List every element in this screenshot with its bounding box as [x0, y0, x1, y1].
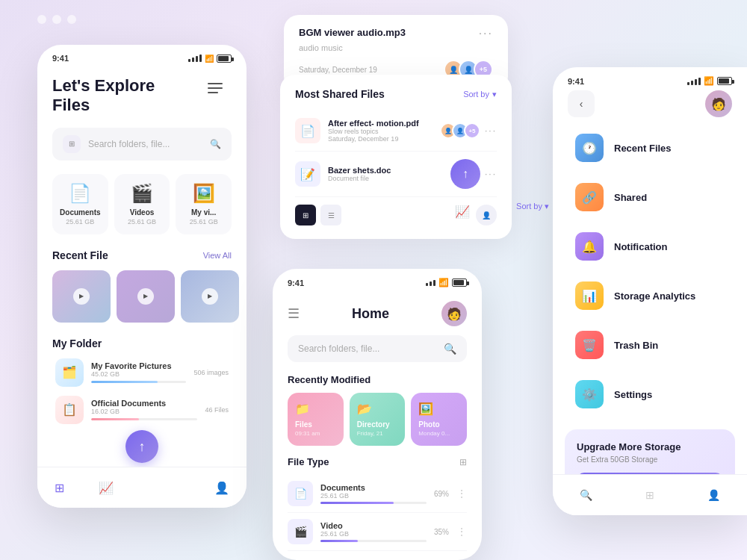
shared-file-dots-2[interactable]: ···: [485, 169, 497, 179]
trash-bin-icon: 🗑️: [575, 331, 604, 359]
search-placeholder-text-2: Search folders, file...: [298, 343, 379, 354]
folder-item-documents[interactable]: 📋 Official Documents 16.02 GB 46 Files: [52, 396, 232, 424]
menu-item-notification[interactable]: 🔔 Notification: [565, 223, 735, 270]
file-type-videos[interactable]: 🎬 Videos 25.61 GB: [114, 174, 170, 234]
ft-documents-size: 25.61 GB: [320, 492, 427, 500]
wifi-icon-3: 📶: [704, 76, 714, 86]
ft-video-name: Video: [320, 521, 427, 530]
recent-thumb-3[interactable]: ▶: [181, 270, 239, 323]
menu-label-recent-files: Recent Files: [614, 143, 672, 154]
ft-docs-menu[interactable]: ⋮: [456, 488, 467, 500]
status-bar-3: 9:41 📶: [553, 67, 747, 90]
myvideo-icon: 🖼️: [182, 183, 226, 204]
nav3-sort[interactable]: ⊞: [645, 489, 654, 501]
file-type-section-2: File Type ⊞ 📄 Documents 25.61 GB 69% ⋮ 🎬…: [273, 456, 482, 551]
storage-analytics-icon: 📊: [575, 281, 604, 310]
view-all-link[interactable]: View All: [203, 251, 232, 260]
menu-label-shared: Shared: [614, 192, 647, 203]
background-decoration: [37, 15, 76, 24]
myvideo-label: My vi...: [182, 208, 226, 217]
recently-modified-section: Recently Modified 📁 Files 09:31 am 📂 Dir…: [273, 374, 482, 446]
menu-label-trash-bin: Trash Bin: [614, 340, 658, 351]
shared-file-dots-1[interactable]: ···: [485, 125, 497, 136]
phone-1-nav: ⊞ 📈 👤: [37, 467, 247, 508]
folder-count-2: 46 Files: [205, 406, 229, 414]
nav-profile[interactable]: 👤: [214, 481, 229, 495]
fab-upload[interactable]: ↑: [125, 430, 158, 463]
nav3-search[interactable]: 🔍: [580, 489, 592, 501]
documents-icon: 📄: [58, 183, 102, 204]
ft-row-documents[interactable]: 📄 Documents 25.61 GB 69% ⋮: [288, 475, 467, 513]
card-dots-menu[interactable]: ···: [479, 27, 493, 40]
recent-files-icon: 🕐: [575, 134, 604, 162]
filter-icon-2[interactable]: ⊞: [459, 457, 467, 467]
documents-size: 25.61 GB: [58, 218, 102, 225]
search-bar-1[interactable]: ⊞ Search folders, file... 🔍: [52, 128, 232, 161]
panel-chart-icon: 📈: [455, 205, 470, 225]
phone-screen-3: 9:41 📶 ‹ 🧑 🕐 Recent Files 🔗 Shared 🔔: [553, 67, 747, 515]
shared-file-1[interactable]: 📄 After effect- motion.pdf Slow reels to…: [295, 111, 497, 152]
profile-avatar-3[interactable]: 🧑: [705, 90, 732, 117]
shared-file-date-1: Saturday, December 19: [328, 135, 440, 143]
status-bar-1: 9:41 📶: [37, 45, 247, 67]
hamburger-icon-2[interactable]: ☰: [288, 305, 300, 322]
menu-item-recent-files[interactable]: 🕐 Recent Files: [565, 125, 735, 171]
mod-dir-name: Directory: [357, 420, 390, 429]
menu-label-notification: Notification: [614, 241, 668, 252]
mod-photo-name: Photo: [418, 420, 439, 429]
menu-item-storage-analytics[interactable]: 📊 Storage Analytics: [565, 273, 735, 319]
ft-video-size: 25.61 GB: [320, 530, 427, 538]
file-type-myvideo[interactable]: 🖼️ My vi... 25.61 GB: [176, 174, 232, 234]
mod-card-photo[interactable]: 🖼️ Photo Monday 0...: [411, 393, 467, 446]
search-icon-1: 🔍: [210, 139, 221, 149]
panel-icon-grid[interactable]: ⊞: [295, 205, 316, 225]
mod-dir-date: Friday, 21: [357, 430, 383, 437]
panel-icon-list[interactable]: ☰: [320, 205, 341, 225]
phone-2-header: ☰ Home 🧑: [273, 292, 482, 335]
time-display-2: 9:41: [288, 279, 304, 287]
mod-files-icon: 📁: [295, 402, 310, 416]
folder-name-1: My Favorite Pictures: [91, 361, 186, 370]
shared-file-2[interactable]: 📝 Bazer shets.doc Document file ↑ ···: [295, 152, 497, 197]
user-avatar-2[interactable]: 🧑: [441, 301, 467, 326]
menu-item-settings[interactable]: ⚙️ Settings: [565, 371, 735, 417]
videos-size: 25.61 GB: [120, 218, 164, 225]
wifi-icon-2: 📶: [438, 278, 449, 287]
nav-chart[interactable]: 📈: [99, 481, 114, 495]
nav-home[interactable]: ⊞: [55, 481, 64, 495]
ft-documents-name: Documents: [320, 483, 427, 492]
action-fab[interactable]: ↑: [450, 159, 480, 189]
file-type-documents[interactable]: 📄 Documents 25.61 GB: [52, 174, 108, 234]
sort-by-button[interactable]: Sort by ▾: [463, 90, 497, 99]
back-button[interactable]: ‹: [568, 90, 595, 117]
mod-files-name: Files: [295, 420, 312, 429]
phone-screen-1: 9:41 📶 Let's Explore Files: [37, 45, 247, 508]
folder-item-favorites[interactable]: 🗂️ My Favorite Pictures 45.02 GB 506 ima…: [52, 358, 232, 387]
mod-card-directory[interactable]: 📂 Directory Friday, 21: [350, 393, 406, 446]
folder-count-1: 506 images: [193, 369, 229, 376]
filter-icon[interactable]: ⊞: [63, 135, 81, 153]
mod-card-files[interactable]: 📁 Files 09:31 am: [288, 393, 344, 446]
nav3-profile[interactable]: 👤: [707, 489, 720, 501]
videos-label: Videos: [120, 208, 164, 217]
menu-label-settings: Settings: [614, 389, 652, 400]
phone-screen-2: 9:41 📶 ☰ Home 🧑 Search folders, file... …: [273, 269, 482, 560]
recent-thumb-1[interactable]: ▶: [52, 270, 111, 323]
ft-video-menu[interactable]: ⋮: [456, 526, 467, 538]
explore-title: Let's Explore Files: [52, 76, 155, 116]
shared-file-tag-1: Slow reels topics: [328, 128, 440, 135]
mod-photo-icon: 🖼️: [418, 402, 433, 416]
play-btn-1: ▶: [73, 288, 90, 305]
shared-filename-1: After effect- motion.pdf: [328, 119, 440, 128]
menu-item-trash-bin[interactable]: 🗑️ Trash Bin: [565, 322, 735, 368]
ft-row-video[interactable]: 🎬 Video 25.61 GB 35% ⋮: [288, 513, 467, 551]
menu-button[interactable]: [208, 76, 232, 100]
menu-item-shared[interactable]: 🔗 Shared: [565, 174, 735, 220]
shared-file-tag-2: Document file: [328, 175, 450, 182]
play-btn-3: ▶: [202, 288, 218, 305]
recent-thumb-2[interactable]: ▶: [117, 270, 175, 323]
sort-by-label-right[interactable]: Sort by ▾: [516, 202, 549, 211]
upgrade-title: Upgrade More Storage: [577, 441, 723, 452]
search-bar-2[interactable]: Search folders, file... 🔍: [288, 335, 467, 362]
card-filename: BGM viewer audio.mp3: [299, 27, 406, 38]
